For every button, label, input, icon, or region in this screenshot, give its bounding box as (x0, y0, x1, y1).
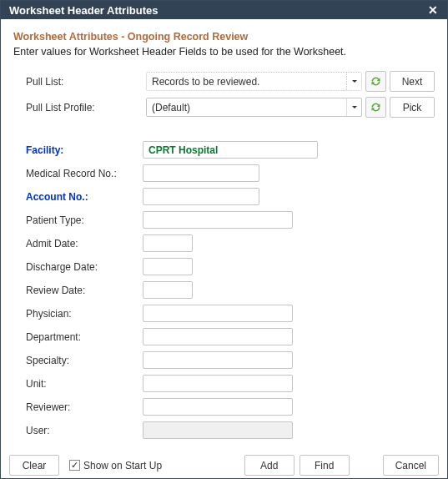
patient-type-label: Patient Type: (26, 214, 143, 226)
user-field (143, 421, 293, 439)
admit-date-field[interactable] (143, 234, 193, 252)
facility-row: Facility: CPRT Hospital (26, 139, 435, 160)
review-date-label: Review Date: (26, 285, 143, 296)
form-area: Facility: CPRT Hospital Medical Record N… (13, 139, 435, 443)
add-button-label: Add (260, 460, 278, 471)
patient-type-row: Patient Type: (26, 209, 435, 230)
mrn-field[interactable] (143, 164, 259, 182)
clear-button-label: Clear (23, 460, 47, 471)
unit-label: Unit: (26, 378, 143, 390)
subtitle: Worksheet Attributes - Ongoing Record Re… (13, 31, 435, 43)
specialty-row: Specialty: (26, 350, 435, 371)
mrn-label: Medical Record No.: (26, 168, 143, 179)
physician-row: Physician: (26, 303, 435, 324)
find-button[interactable]: Find (300, 455, 350, 476)
pull-profile-label: Pull List Profile: (26, 102, 143, 113)
next-button[interactable]: Next (390, 71, 435, 92)
account-label: Account No.: (26, 191, 143, 203)
dialog-window: Worksheet Header Attributes ✕ Worksheet … (0, 0, 448, 479)
department-field[interactable] (143, 328, 293, 345)
pull-profile-combo[interactable]: (Default) (146, 98, 362, 117)
account-field[interactable] (143, 188, 259, 205)
pull-list-row: Pull List: Records to be reviewed. Next (13, 71, 435, 92)
refresh-icon (370, 101, 382, 113)
add-button[interactable]: Add (244, 455, 294, 476)
pull-list-label: Pull List: (26, 76, 143, 88)
discharge-date-label: Discharge Date: (26, 261, 143, 273)
discharge-date-row: Discharge Date: (26, 256, 435, 277)
footer: Clear ✓ Show on Start Up Add Find Cancel (1, 448, 447, 479)
titlebar: Worksheet Header Attributes ✕ (1, 1, 447, 19)
unit-field[interactable] (143, 375, 293, 392)
content-area: Worksheet Attributes - Ongoing Record Re… (1, 19, 447, 448)
pull-profile-value: (Default) (152, 102, 190, 113)
checkbox-icon: ✓ (69, 460, 80, 471)
pull-list-value: Records to be reviewed. (152, 76, 259, 88)
account-row: Account No.: (26, 186, 435, 207)
pull-profile-refresh-button[interactable] (365, 97, 386, 118)
cancel-button-label: Cancel (395, 460, 426, 471)
next-button-label: Next (402, 76, 423, 88)
find-button-label: Find (315, 460, 334, 471)
show-on-startup-checkbox[interactable]: ✓ Show on Start Up (69, 460, 162, 471)
facility-field[interactable]: CPRT Hospital (143, 141, 318, 159)
admit-date-row: Admit Date: (26, 233, 435, 254)
cancel-button[interactable]: Cancel (383, 455, 439, 476)
reviewer-row: Reviewer: (26, 396, 435, 417)
reviewer-label: Reviewer: (26, 401, 143, 413)
unit-row: Unit: (26, 373, 435, 394)
pull-profile-row: Pull List Profile: (Default) Pick (13, 97, 435, 118)
physician-label: Physician: (26, 308, 143, 320)
mrn-row: Medical Record No.: (26, 163, 435, 184)
review-date-field[interactable] (143, 281, 193, 299)
close-icon[interactable]: ✕ (424, 1, 442, 19)
department-label: Department: (26, 331, 143, 343)
pick-button[interactable]: Pick (390, 97, 435, 118)
physician-field[interactable] (143, 305, 293, 322)
facility-value: CPRT Hospital (148, 144, 218, 156)
admit-date-label: Admit Date: (26, 238, 143, 250)
pull-list-combo[interactable]: Records to be reviewed. (146, 72, 362, 91)
user-row: User: (26, 420, 435, 441)
pick-button-label: Pick (403, 102, 422, 113)
specialty-label: Specialty: (26, 355, 143, 366)
department-row: Department: (26, 326, 435, 347)
pull-list-refresh-button[interactable] (365, 71, 386, 92)
clear-button[interactable]: Clear (9, 455, 59, 476)
instructions: Enter values for Worksheet Header Fields… (13, 46, 435, 58)
reviewer-field[interactable] (143, 398, 293, 416)
show-on-startup-label: Show on Start Up (83, 460, 162, 471)
review-date-row: Review Date: (26, 280, 435, 300)
chevron-down-icon[interactable] (346, 73, 361, 90)
window-title: Worksheet Header Attributes (9, 4, 424, 17)
refresh-icon (370, 75, 382, 88)
facility-label: Facility: (26, 144, 143, 156)
chevron-down-icon[interactable] (346, 98, 361, 116)
user-label: User: (26, 425, 143, 436)
patient-type-field[interactable] (143, 211, 293, 229)
specialty-field[interactable] (143, 351, 293, 369)
discharge-date-field[interactable] (143, 258, 193, 275)
